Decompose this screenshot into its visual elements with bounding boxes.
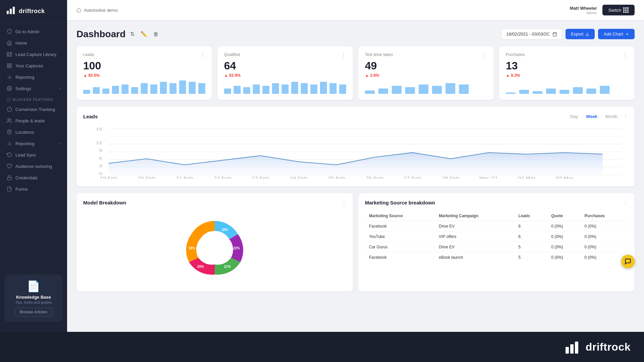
kpi-purchases: Purchases ⋮ 13 8.3% <box>499 46 635 100</box>
dashboard-edit-button[interactable]: ✏️ <box>139 29 149 39</box>
kpi-leads-menu[interactable]: ⋮ <box>200 52 205 59</box>
svg-rect-67 <box>506 93 516 94</box>
sidebar-item-credentials[interactable]: Credentials <box>0 172 67 183</box>
svg-rect-54 <box>301 83 308 94</box>
svg-rect-37 <box>121 84 128 94</box>
svg-rect-4 <box>10 52 12 53</box>
col-marketing-campaign: Marketing Campaign <box>435 211 514 221</box>
col-purchases: Purchases <box>581 211 628 221</box>
svg-text:19%: 19% <box>189 246 195 250</box>
svg-rect-108 <box>566 347 569 354</box>
svg-rect-5 <box>10 54 12 56</box>
dashboard-sort-button[interactable]: ⇅ <box>129 29 136 39</box>
svg-rect-110 <box>575 342 578 354</box>
kb-subtitle: Tips, tricks and guides <box>10 300 57 304</box>
sidebar-item-audience-nurturing[interactable]: Audience nurturing <box>0 161 67 172</box>
svg-rect-0 <box>7 11 9 14</box>
sidebar-item-conversion-tracking[interactable]: Conversion Tracking <box>0 104 67 115</box>
model-breakdown-header: Model Breakdown ⋮ <box>83 200 346 205</box>
col-quote: Quote <box>547 211 580 221</box>
svg-text:28 Feb: 28 Feb <box>442 176 460 179</box>
svg-rect-65 <box>445 83 455 94</box>
svg-text:15: 15 <box>96 127 102 131</box>
sidebar-item-home[interactable]: Home <box>0 37 67 49</box>
sidebar-item-locations[interactable]: Locations <box>0 126 67 138</box>
svg-rect-64 <box>432 86 442 94</box>
user-name: Matt Wheeler <box>570 6 597 11</box>
svg-text:22%: 22% <box>233 246 240 250</box>
svg-text:12: 12 <box>96 141 102 145</box>
add-chart-button[interactable]: Add Chart <box>598 29 635 39</box>
marketing-breakdown-card: Marketing Source breakdown ⋮ Marketing S… <box>358 193 635 291</box>
kpi-qualified-menu[interactable]: ⋮ <box>341 52 346 59</box>
kpi-purchases-menu[interactable]: ⋮ <box>623 52 628 59</box>
svg-text:Mar '21: Mar '21 <box>479 176 498 179</box>
logo: driftrock <box>0 0 67 22</box>
browse-articles-button[interactable]: Browse Articles <box>15 308 52 316</box>
period-month-button[interactable]: Month <box>603 113 620 120</box>
svg-text:18%: 18% <box>221 228 228 232</box>
kpi-leads-change: 80.5% <box>83 73 205 78</box>
switch-button[interactable]: Switch <box>602 5 635 15</box>
svg-point-21 <box>9 131 10 132</box>
kpi-test-drive-menu[interactable]: ⋮ <box>482 52 487 59</box>
main-content: Automotive demo Matt Wheeler Admin Switc… <box>67 0 644 332</box>
kpi-test-drive-value: 49 <box>365 60 487 72</box>
svg-point-20 <box>8 119 9 120</box>
topbar-right: Matt Wheeler Admin Switch <box>570 5 635 15</box>
brand-logo-icon <box>566 340 582 354</box>
svg-text:21 Feb: 21 Feb <box>176 176 194 179</box>
svg-rect-26 <box>553 33 557 36</box>
sidebar-item-reporting-blocked[interactable]: Reporting › <box>0 138 67 149</box>
sidebar-item-people-leads[interactable]: People & leads <box>0 115 67 126</box>
donut-chart: 18% 22% 21% 20% 19% <box>181 214 248 281</box>
svg-rect-48 <box>243 87 250 94</box>
svg-rect-73 <box>586 88 596 94</box>
svg-rect-57 <box>330 83 337 94</box>
sidebar-item-your-captures[interactable]: Your Captures <box>0 60 67 71</box>
period-week-button[interactable]: Week <box>584 113 599 120</box>
chat-bubble-button[interactable] <box>621 255 635 268</box>
svg-rect-40 <box>150 84 157 94</box>
svg-line-16 <box>7 98 10 101</box>
dashboard-delete-button[interactable]: 🗑 <box>152 30 160 39</box>
period-day-button[interactable]: Day <box>568 113 580 120</box>
user-info: Matt Wheeler Admin <box>570 6 597 15</box>
kpi-qualified-change: 82.9% <box>224 73 346 78</box>
kpi-test-drive: Test drive taken ⋮ 49 3.9% <box>358 46 494 100</box>
sidebar-item-forms[interactable]: Forms <box>0 183 67 195</box>
logo-icon <box>7 6 16 16</box>
svg-rect-10 <box>10 66 11 68</box>
model-breakdown-card: Model Breakdown ⋮ <box>76 193 353 291</box>
svg-rect-63 <box>419 84 428 94</box>
sidebar-item-settings[interactable]: Settings › <box>0 83 67 94</box>
leads-chart-title: Leads <box>83 114 98 119</box>
dashboard-title-group: Dashboard ⇅ ✏️ 🗑 <box>76 29 160 40</box>
marketing-breakdown-menu[interactable]: ⋮ <box>624 200 628 205</box>
svg-text:3: 3 <box>99 164 102 168</box>
svg-text:6: 6 <box>99 157 102 161</box>
donut-chart-container: 18% 22% 21% 20% 19% <box>83 211 346 285</box>
svg-rect-56 <box>320 82 327 94</box>
table-row: Facebook Drive EV 6 0 (0%) 0 (0%) <box>365 221 628 232</box>
sidebar-item-go-to-admin[interactable]: Go to Admin <box>0 26 67 37</box>
sidebar-item-lead-capture-library[interactable]: Lead Capture Library <box>0 49 67 60</box>
blocked-features-label: BLOCKED FEATURES <box>0 94 67 104</box>
svg-text:24 Feb: 24 Feb <box>290 176 308 179</box>
svg-rect-59 <box>365 90 375 94</box>
svg-point-102 <box>198 231 231 264</box>
topbar: Automotive demo Matt Wheeler Admin Switc… <box>67 0 644 20</box>
leads-chart-menu[interactable]: ⋮ <box>624 114 628 119</box>
svg-text:9: 9 <box>99 149 102 153</box>
export-button[interactable]: Export <box>566 29 595 39</box>
sidebar-item-lead-sync[interactable]: Lead Sync <box>0 149 67 161</box>
svg-rect-58 <box>339 84 346 94</box>
date-range-button[interactable]: 18/02/2021 - 03/03/2C <box>501 28 562 40</box>
marketing-breakdown-title: Marketing Source breakdown <box>365 200 435 205</box>
sidebar-item-reporting[interactable]: Reporting <box>0 71 67 83</box>
leads-chart-card: Leads Day Week Month ⋮ <box>76 107 635 186</box>
table-row: YouTube VIP offers 6 0 (0%) 0 (0%) <box>365 232 628 242</box>
model-breakdown-menu[interactable]: ⋮ <box>342 200 346 205</box>
kpi-purchases-change: 8.3% <box>506 73 628 78</box>
breadcrumb: Automotive demo <box>76 8 118 13</box>
